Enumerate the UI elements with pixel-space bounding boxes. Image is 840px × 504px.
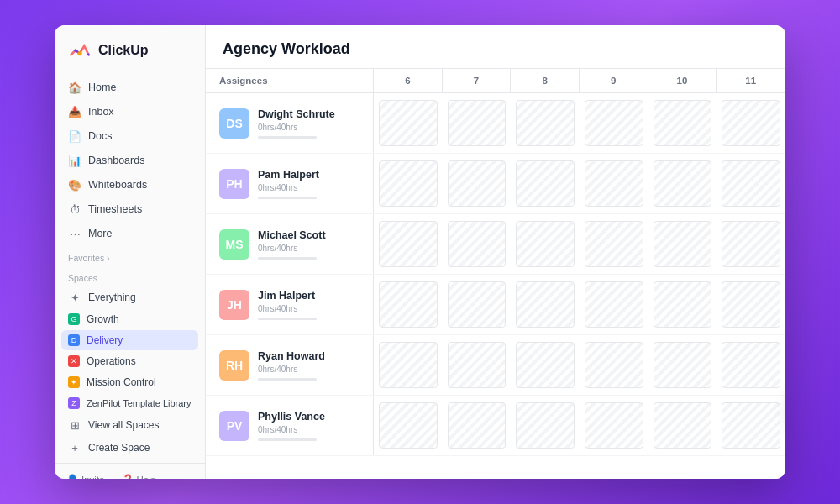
sidebar-item-more[interactable]: ⋯ More	[61, 222, 198, 245]
assignee-name: Pam Halpert	[258, 169, 319, 181]
workload-cell[interactable]	[654, 221, 712, 267]
sidebar-item-docs[interactable]: 📄 Docs	[61, 124, 198, 148]
workload-cell[interactable]	[379, 221, 438, 267]
workload-cell[interactable]	[516, 281, 575, 328]
workload-cell[interactable]	[448, 281, 507, 328]
favorites-section[interactable]: Favorites ›	[61, 246, 198, 266]
col-7: 7	[443, 69, 512, 92]
sidebar-item-delivery[interactable]: D Delivery	[61, 330, 198, 350]
workload-cell[interactable]	[585, 221, 643, 267]
workload-cell[interactable]	[585, 160, 643, 207]
workload-cell[interactable]	[654, 160, 712, 207]
avatar: JH	[219, 290, 249, 320]
sidebar-item-operations[interactable]: ✕ Operations	[61, 351, 198, 371]
grid-icon: ⊞	[68, 418, 81, 432]
logo[interactable]: ClickUp	[55, 25, 205, 72]
workload-cell[interactable]	[516, 221, 575, 267]
invite-button[interactable]: 👤 Invite	[61, 470, 110, 479]
workload-cell[interactable]	[516, 160, 575, 207]
sidebar-item-dashboards[interactable]: 📊 Dashboards	[61, 149, 198, 172]
whiteboards-icon: 🎨	[68, 178, 81, 192]
col-assignees: Assignees	[206, 69, 374, 92]
mission-dot: ✦	[68, 376, 80, 388]
sidebar-item-view-all[interactable]: ⊞ View all Spaces	[61, 414, 198, 436]
workload-cell[interactable]	[448, 160, 507, 207]
table-row: PVPhyllis Vance0hrs/40hrs	[206, 396, 785, 456]
col-6: 6	[374, 69, 443, 92]
workload-cell[interactable]	[722, 342, 780, 388]
sidebar-item-mission-control[interactable]: ✦ Mission Control	[61, 372, 198, 392]
assignee-cell-pam[interactable]: PHPam Halpert0hrs/40hrs	[206, 154, 374, 213]
workload-cell[interactable]	[448, 402, 507, 449]
workload-cell[interactable]	[722, 281, 780, 328]
workload-cell[interactable]	[585, 402, 643, 449]
sidebar-item-home[interactable]: 🏠 Home	[61, 76, 198, 99]
growth-dot: G	[68, 313, 80, 325]
table-row: PHPam Halpert0hrs/40hrs	[206, 154, 785, 214]
assignee-hours: 0hrs/40hrs	[258, 244, 326, 253]
workload-cell[interactable]	[585, 281, 643, 328]
workload-cell[interactable]	[379, 402, 438, 449]
workload-cell[interactable]	[516, 100, 575, 146]
assignee-name: Michael Scott	[258, 229, 326, 241]
help-button[interactable]: ❓ Help	[117, 470, 162, 479]
help-icon: ❓	[122, 474, 134, 479]
workload-cell[interactable]	[585, 100, 643, 146]
workload-cell[interactable]	[448, 342, 507, 388]
table-row: DSDwight Schrute0hrs/40hrs	[206, 93, 785, 154]
assignee-name: Phyllis Vance	[258, 411, 325, 423]
assignee-name: Jim Halpert	[258, 290, 317, 302]
assignee-cell-dwight[interactable]: DSDwight Schrute0hrs/40hrs	[206, 93, 374, 153]
assignee-cell-michael[interactable]: MSMichael Scott0hrs/40hrs	[206, 214, 374, 274]
col-9: 9	[580, 69, 648, 92]
sidebar-item-timesheets[interactable]: ⏱ Timesheets	[61, 197, 198, 221]
workload-cell[interactable]	[722, 160, 780, 207]
hours-bar	[258, 197, 317, 199]
assignee-cell-ryan[interactable]: RHRyan Howard0hrs/40hrs	[206, 335, 374, 395]
avatar: MS	[219, 229, 249, 260]
hours-bar	[258, 318, 317, 320]
workload-cell[interactable]	[722, 100, 780, 146]
workload-cell[interactable]	[654, 402, 712, 449]
zenpilot-dot: Z	[68, 397, 80, 409]
workload-cell[interactable]	[448, 221, 507, 267]
workload-cell[interactable]	[585, 342, 643, 388]
hours-bar	[258, 136, 317, 139]
docs-icon: 📄	[68, 129, 81, 143]
person-icon: 👤	[66, 474, 78, 479]
operations-dot: ✕	[68, 355, 80, 367]
avatar: PH	[219, 169, 249, 199]
workload-cell[interactable]	[379, 100, 438, 146]
sidebar-item-create-space[interactable]: + Create Space	[61, 437, 198, 459]
sidebar-item-whiteboards[interactable]: 🎨 Whiteboards	[61, 173, 198, 197]
clickup-logo-icon	[68, 39, 92, 62]
workload-cell[interactable]	[448, 100, 507, 146]
workload-cell[interactable]	[722, 402, 780, 449]
sidebar-bottom: 👤 Invite ❓ Help	[55, 463, 205, 479]
sidebar-item-zenpilot[interactable]: Z ZenPilot Template Library	[61, 393, 198, 413]
workload-cell[interactable]	[654, 100, 712, 146]
workload-cell[interactable]	[654, 281, 712, 328]
hours-bar	[258, 438, 317, 441]
sidebar-item-inbox[interactable]: 📥 Inbox	[61, 100, 198, 123]
workload-cell[interactable]	[722, 221, 780, 267]
everything-icon: ✦	[68, 291, 81, 304]
assignee-cell-jim[interactable]: JHJim Halpert0hrs/40hrs	[206, 275, 374, 334]
workload-cell[interactable]	[379, 281, 438, 328]
sidebar-item-everything[interactable]: ✦ Everything	[61, 286, 198, 308]
main-content: Agency Workload Assignees 6 7 8 9 10 11 …	[206, 25, 785, 479]
assignee-hours: 0hrs/40hrs	[258, 365, 325, 374]
workload-cell[interactable]	[654, 342, 712, 388]
assignee-name: Ryan Howard	[258, 350, 325, 362]
assignee-cell-phyllis[interactable]: PVPhyllis Vance0hrs/40hrs	[206, 396, 374, 455]
home-icon: 🏠	[68, 81, 81, 94]
workload-table[interactable]: Assignees 6 7 8 9 10 11 DSDwight Schrute…	[206, 69, 785, 479]
workload-cell[interactable]	[379, 342, 438, 388]
sidebar-item-growth[interactable]: G Growth	[61, 309, 198, 329]
workload-cell[interactable]	[516, 402, 575, 449]
col-8: 8	[511, 69, 580, 92]
assignee-name: Dwight Schrute	[258, 108, 335, 120]
workload-cell[interactable]	[379, 160, 438, 207]
workload-cell[interactable]	[516, 342, 575, 388]
inbox-icon: 📥	[68, 105, 81, 118]
